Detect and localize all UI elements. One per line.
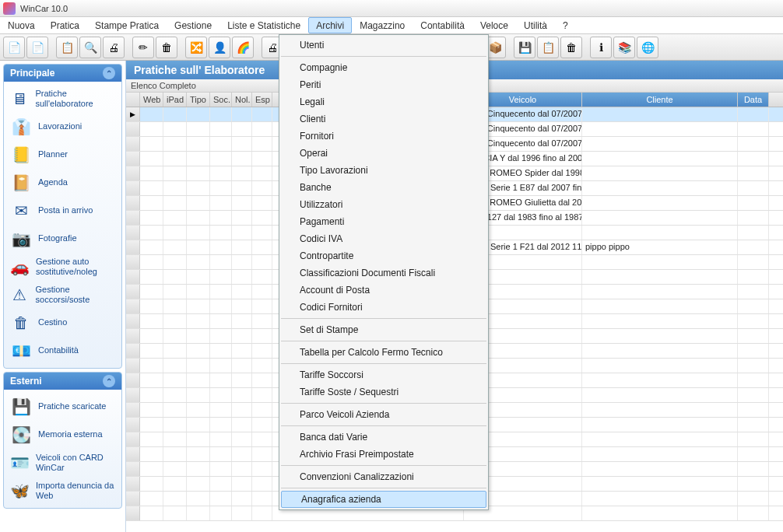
sidebar-item-6[interactable]: 🚗Gestione auto sostitutive/noleg bbox=[4, 253, 121, 281]
col-tipo[interactable]: Tipo bbox=[187, 93, 210, 107]
dropdown-item[interactable]: Fornitori bbox=[279, 128, 488, 145]
col-soc[interactable]: Soc. bbox=[210, 93, 232, 107]
dropdown-item[interactable]: Convenzioni Canalizzazioni bbox=[279, 468, 488, 485]
menu-[interactable]: ? bbox=[555, 17, 576, 33]
toolbar-btn-6[interactable]: 🗑 bbox=[156, 37, 177, 58]
sidebar-item-5[interactable]: 📷Fotografie bbox=[4, 225, 121, 253]
toolbar-btn-9[interactable]: 🌈 bbox=[232, 37, 254, 58]
dropdown-item[interactable]: Tipo Lavorazioni bbox=[279, 162, 488, 179]
sidebar: Principale ⌃ 🖥Pratiche sull'elaboratore👔… bbox=[0, 61, 126, 532]
toolbar-btn-23[interactable]: ℹ bbox=[590, 37, 612, 58]
toolbar-btn-24[interactable]: 📚 bbox=[613, 37, 635, 58]
dropdown-item[interactable]: Utenti bbox=[279, 37, 488, 54]
dropdown-item[interactable]: Banca dati Varie bbox=[279, 429, 488, 446]
menu-stampepratica[interactable]: Stampe Pratica bbox=[87, 17, 167, 33]
dropdown-item[interactable]: Set di Stampe bbox=[279, 321, 488, 338]
menu-archivi[interactable]: Archivi bbox=[308, 17, 352, 33]
dropdown-item[interactable]: Classificazioni Documenti Fiscali bbox=[279, 264, 488, 282]
sidebar-item-7[interactable]: ⚠Gestione soccorsi/soste bbox=[4, 281, 121, 309]
panel-header-principale[interactable]: Principale ⌃ bbox=[4, 65, 121, 82]
menu-magazzino[interactable]: Magazzino bbox=[352, 17, 413, 33]
dropdown-item[interactable]: Account di Posta bbox=[279, 282, 488, 299]
cell-esp bbox=[252, 462, 272, 476]
toolbar-btn-1[interactable]: 📄 bbox=[26, 37, 48, 58]
cell-esp bbox=[252, 166, 272, 180]
sidebar-item-9[interactable]: 💶Contabilità bbox=[4, 337, 121, 365]
cell-soc bbox=[210, 270, 232, 284]
col-ipad[interactable]: iPad bbox=[163, 93, 187, 107]
dropdown-item[interactable]: Compagnie bbox=[279, 59, 488, 76]
dropdown-item[interactable]: Archivio Frasi Preimpostate bbox=[279, 446, 488, 463]
cell-esp bbox=[252, 285, 272, 299]
col-esp[interactable]: Esp bbox=[252, 93, 272, 107]
dropdown-item[interactable]: Parco Veicoli Azienda bbox=[279, 406, 488, 423]
cell-data bbox=[738, 152, 769, 166]
toolbar-btn-3[interactable]: 🔍 bbox=[79, 37, 101, 58]
sidebar-item-0[interactable]: 🖥Pratiche sull'elaboratore bbox=[4, 85, 121, 113]
row-indicator bbox=[126, 211, 140, 225]
sidebar-item-1[interactable]: 👔Lavorazioni bbox=[4, 113, 121, 141]
dropdown-item[interactable]: Clienti bbox=[279, 110, 488, 128]
cell-ipad bbox=[163, 152, 187, 166]
toolbar-btn-22[interactable]: 🗑 bbox=[560, 37, 582, 58]
toolbar-btn-5[interactable]: ✏ bbox=[132, 37, 154, 58]
menu-contabilit[interactable]: Contabilità bbox=[413, 17, 472, 33]
dropdown-item[interactable]: Pagamenti bbox=[279, 213, 488, 230]
dropdown-item[interactable]: Legali bbox=[279, 93, 488, 110]
sidebar-label: Gestione auto sostitutive/noleg bbox=[36, 257, 115, 277]
dropdown-item[interactable]: Tariffe Soste / Sequestri bbox=[279, 383, 488, 401]
toolbar-btn-21[interactable]: 📋 bbox=[537, 37, 559, 58]
col-cliente[interactable]: Cliente bbox=[582, 93, 738, 107]
cell-tipo bbox=[187, 418, 210, 432]
col-data[interactable]: Data bbox=[738, 93, 769, 107]
menu-pratica[interactable]: Pratica bbox=[43, 17, 87, 33]
cell-web bbox=[140, 388, 163, 402]
sidebar-item-2[interactable]: 🪪Veicoli con CARD WinCar bbox=[4, 449, 121, 477]
sidebar-item-0[interactable]: 💾Pratiche scaricate bbox=[4, 393, 121, 421]
menu-listeestatistiche[interactable]: Liste e Statistiche bbox=[219, 17, 308, 33]
cell-tipo bbox=[187, 432, 210, 446]
toolbar-btn-20[interactable]: 💾 bbox=[514, 37, 535, 58]
dropdown-item[interactable]: Contropartite bbox=[279, 247, 488, 264]
cell-data bbox=[738, 122, 769, 136]
dropdown-item[interactable]: Codici Fornitori bbox=[279, 299, 488, 316]
sidebar-item-3[interactable]: 📔Agenda bbox=[4, 169, 121, 197]
toolbar-btn-2[interactable]: 📋 bbox=[56, 37, 78, 58]
dropdown-item[interactable]: Periti bbox=[279, 76, 488, 93]
row-indicator bbox=[126, 240, 140, 254]
sidebar-item-3[interactable]: 🦋Importa denuncia da Web bbox=[4, 477, 121, 505]
menu-gestione[interactable]: Gestione bbox=[167, 17, 219, 33]
menu-utilit[interactable]: Utilità bbox=[516, 17, 555, 33]
dropdown-item[interactable]: Tariffe Soccorsi bbox=[279, 366, 488, 383]
cell-nol bbox=[232, 196, 252, 210]
menu-veloce[interactable]: Veloce bbox=[472, 17, 516, 33]
sidebar-item-4[interactable]: ✉Posta in arrivo bbox=[4, 197, 121, 225]
panel-header-esterni[interactable]: Esterni ⌃ bbox=[4, 373, 121, 390]
dropdown-item[interactable]: Operai bbox=[279, 145, 488, 162]
sidebar-item-1[interactable]: 💽Memoria esterna bbox=[4, 421, 121, 449]
dropdown-item[interactable]: Banche bbox=[279, 179, 488, 196]
toolbar-btn-8[interactable]: 👤 bbox=[209, 37, 230, 58]
cell-cliente bbox=[582, 181, 738, 195]
menu-nuova[interactable]: Nuova bbox=[0, 17, 43, 33]
toolbar-btn-25[interactable]: 🌐 bbox=[637, 37, 658, 58]
col-nol[interactable]: Nol. bbox=[232, 93, 252, 107]
cell-data bbox=[738, 359, 769, 373]
toolbar-btn-0[interactable]: 📄 bbox=[3, 37, 25, 58]
sidebar-icon: 🚗 bbox=[10, 256, 30, 278]
sidebar-item-8[interactable]: 🗑Cestino bbox=[4, 309, 121, 337]
dropdown-item[interactable]: Anagrafica azienda bbox=[281, 491, 486, 508]
dropdown-item[interactable]: Tabella per Calcolo Fermo Tecnico bbox=[279, 344, 488, 361]
cell-soc bbox=[210, 285, 232, 299]
dropdown-item[interactable]: Codici IVA bbox=[279, 230, 488, 247]
sidebar-label: Importa denuncia da Web bbox=[36, 481, 115, 501]
dropdown-item[interactable]: Utilizzatori bbox=[279, 196, 488, 213]
toolbar-btn-7[interactable]: 🔀 bbox=[185, 37, 207, 58]
row-indicator-header bbox=[126, 93, 140, 107]
row-indicator bbox=[126, 359, 140, 373]
toolbar-btn-4[interactable]: 🖨 bbox=[103, 37, 125, 58]
sidebar-item-2[interactable]: 📒Planner bbox=[4, 141, 121, 169]
cell-ipad bbox=[163, 314, 187, 328]
cell-web bbox=[140, 152, 163, 166]
col-web[interactable]: Web bbox=[140, 93, 163, 107]
